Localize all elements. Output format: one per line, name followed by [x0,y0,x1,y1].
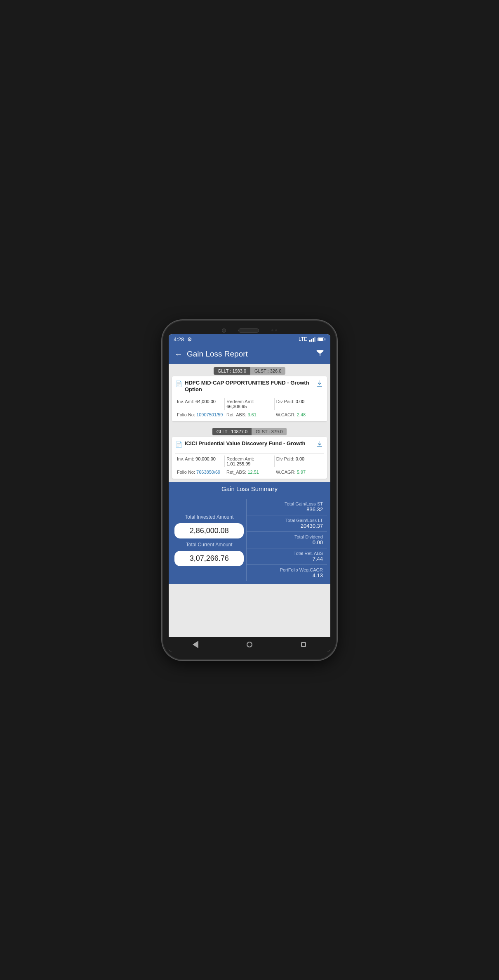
total-dividend-row: Total Dividend 0.00 [247,532,327,548]
fund1-glst-tag: GLST : 326.0 [250,367,285,375]
sensors [271,329,277,331]
total-current-label: Total Current Amount [186,542,233,548]
fund2-div-paid: Div Paid: 0.00 [274,456,324,467]
fund2-inv-label: Inv. Amt: [177,456,194,461]
summary-header: Gain Loss Summary [169,482,330,496]
fund2-wcagr: W.CAGR: 5.97 [274,469,324,475]
fund2-download-button[interactable] [315,440,324,451]
fund1-div-label: Div Paid: [276,399,294,404]
filter-button[interactable] [315,349,325,360]
status-right: LTE [299,336,325,342]
fund2-glst-tag: GLST : 379.0 [252,428,287,435]
fund1-folio: Folio No: 10907501/59 [175,411,225,418]
gain-loss-lt-label: Total Gain/Loss LT [285,518,323,523]
gain-loss-lt-value: 20430.37 [301,523,323,529]
fund2-folio: Folio No: 7663850/69 [175,469,225,475]
fund2-section: GLLT : 10877.0 GLST : 379.0 📄 ICICI Prud… [169,425,330,482]
recents-nav-button[interactable] [300,641,307,648]
fund1-ret-label: Ret_ABS: [226,412,246,417]
fund1-card: 📄 HDFC MID-CAP OPPORTUNITIES FUND - Grow… [172,376,327,422]
fund2-ret-value: 12.51 [247,470,259,475]
total-invested-value: 2,86,000.08 [174,523,244,538]
signal-icon [309,337,315,342]
total-invested-label: Total Invested Amount [185,514,233,520]
fund2-name-left: 📄 ICICI Prudential Value Discovery Fund … [175,440,313,448]
fund2-wcagr-value: 5.97 [297,470,306,475]
fund1-redeem-value: 66,308.65 [226,404,247,409]
fund1-name-row: 📄 HDFC MID-CAP OPPORTUNITIES FUND - Grow… [175,380,324,394]
summary-section: Gain Loss Summary Total Invested Amount … [169,482,330,584]
fund2-name-row: 📄 ICICI Prudential Value Discovery Fund … [175,440,324,451]
time-display: 4:28 [174,336,184,342]
fund2-ret-label: Ret_ABS: [226,470,246,475]
speaker-grille [238,328,259,333]
fund1-folio-row: Folio No: 10907501/59 Ret_ABS: 3.61 W.CA… [175,410,324,418]
status-left: 4:28 ⚙ [174,336,192,342]
summary-right: Total Gain/Loss ST 836.32 Total Gain/Los… [246,499,327,581]
fund2-redeem-value: 1,01,255.99 [226,461,250,466]
battery-icon [318,338,325,341]
fund2-redeem-label: Redeem Amt: [226,456,254,461]
fund2-card: 📄 ICICI Prudential Value Discovery Fund … [172,437,327,479]
fund1-ret-value: 3.61 [247,412,256,417]
fund2-folio-value: 7663850/69 [196,470,220,475]
total-ret-abs-value: 7.44 [313,556,323,562]
fund1-section: GLLT : 1983.0 GLST : 326.0 📄 HDFC MID-CA… [169,364,330,425]
app-header: ← Gain Loss Report [169,345,330,364]
gain-loss-st-row: Total Gain/Loss ST 836.32 [247,499,327,515]
fund2-wcagr-label: W.CAGR: [276,470,296,475]
fund1-div-value: 0.00 [296,399,304,404]
phone-shell: 4:28 ⚙ LTE [163,321,336,659]
page-title: Gain Loss Report [187,349,248,359]
front-camera [222,328,226,333]
fund1-name-left: 📄 HDFC MID-CAP OPPORTUNITIES FUND - Grow… [175,380,313,394]
fund1-tags: GLLT : 1983.0 GLST : 326.0 [172,367,327,375]
summary-title: Gain Loss Summary [221,485,278,492]
home-nav-button[interactable] [246,641,253,648]
lte-label: LTE [299,336,307,342]
fund2-name: ICICI Prudential Value Discovery Fund - … [185,440,306,447]
summary-left: Total Invested Amount 2,86,000.08 Total … [172,499,246,581]
fund1-name: HDFC MID-CAP OPPORTUNITIES FUND - Growth… [185,380,313,394]
back-button[interactable]: ← [174,349,183,359]
fund2-folio-label: Folio No: [177,470,195,475]
gear-icon: ⚙ [187,336,192,342]
portfolio-wcagr-label: PortFolio Weg.CAGR [280,567,323,572]
fund1-redeem-label: Redeem Amt: [226,399,254,404]
sensor-dot [271,329,273,331]
fund1-redeem-amt: Redeem Amt: 66,308.65 [224,398,274,410]
fund2-inv-value: 90,000.00 [195,456,216,461]
fund1-inv-label: Inv. Amt: [177,399,194,404]
content-area: GLLT : 1983.0 GLST : 326.0 📄 HDFC MID-CA… [169,364,330,637]
header-left: ← Gain Loss Report [174,349,248,359]
fund2-inv-amt: Inv. Amt: 90,000.00 [175,456,224,467]
status-bar: 4:28 ⚙ LTE [169,334,330,345]
phone-top-hardware [169,328,330,333]
gain-loss-st-value: 836.32 [306,506,323,512]
fund1-ret: Ret_ABS: 3.61 [225,411,274,418]
fund1-folio-label: Folio No: [177,412,195,417]
fund2-ret: Ret_ABS: 12.51 [225,469,274,475]
portfolio-wcagr-value: 4.13 [313,572,323,579]
fund1-wcagr-label: W.CAGR: [276,412,296,417]
doc-icon: 📄 [175,380,182,387]
fund2-folio-row: Folio No: 7663850/69 Ret_ABS: 12.51 W.CA… [175,467,324,475]
total-dividend-value: 0.00 [313,539,323,545]
fund2-div-value: 0.00 [296,456,304,461]
doc-icon: 📄 [175,441,182,448]
fund1-gllt-tag: GLLT : 1983.0 [214,367,250,375]
fund1-download-button[interactable] [315,380,324,390]
fund2-tags: GLLT : 10877.0 GLST : 379.0 [172,428,327,435]
fund2-div-label: Div Paid: [276,456,294,461]
fund1-wcagr-value: 2.48 [297,412,306,417]
summary-body: Total Invested Amount 2,86,000.08 Total … [169,496,330,584]
back-nav-button[interactable] [192,641,199,648]
portfolio-wcagr-row: PortFolio Weg.CAGR 4.13 [247,565,327,581]
bottom-nav [169,637,330,652]
fund1-div-paid: Div Paid: 0.00 [274,398,324,410]
fund1-wcagr: W.CAGR: 2.48 [274,411,324,418]
fund2-gllt-tag: GLLT : 10877.0 [212,428,252,435]
total-ret-abs-row: Total Ret. ABS 7.44 [247,548,327,565]
fund1-folio-value: 10907501/59 [196,412,223,417]
total-dividend-label: Total Dividend [294,534,323,539]
